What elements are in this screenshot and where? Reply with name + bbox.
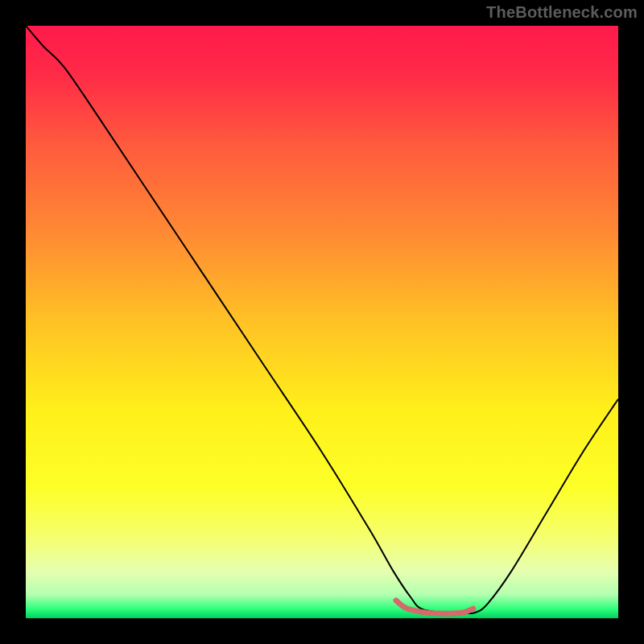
gradient-background — [26, 26, 618, 618]
chart-stage: TheBottleneck.com — [0, 0, 644, 644]
watermark-label: TheBottleneck.com — [486, 3, 638, 22]
bottleneck-chart — [0, 0, 644, 644]
